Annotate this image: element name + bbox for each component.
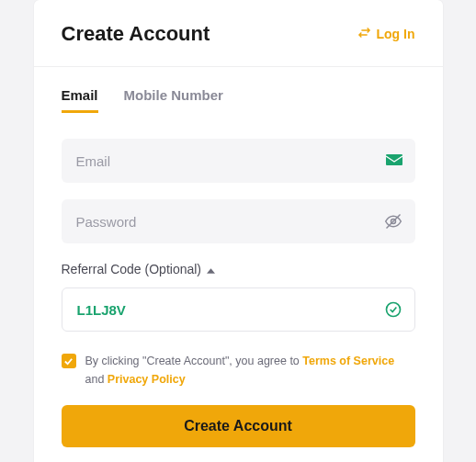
switch-icon [357, 26, 371, 42]
referral-label-text: Referral Code (Optional) [62, 262, 202, 276]
form-body: Email Mobile Number Re [34, 67, 443, 462]
email-icon [386, 154, 402, 167]
password-field-wrapper [62, 199, 415, 243]
check-circle-icon [384, 300, 402, 319]
auth-tabs: Email Mobile Number [62, 87, 415, 113]
header: Create Account Log In [34, 0, 443, 67]
caret-up-icon [207, 262, 215, 276]
login-label: Log In [377, 27, 415, 41]
terms-text: By clicking "Create Account", you agree … [85, 352, 415, 389]
email-field-wrapper [62, 139, 415, 183]
privacy-link[interactable]: Privacy Policy [108, 373, 186, 386]
svg-point-3 [386, 303, 400, 317]
page-title: Create Account [62, 22, 210, 46]
email-input[interactable] [62, 139, 415, 183]
eye-off-icon[interactable] [384, 212, 402, 231]
signup-card: Create Account Log In Email Mobile Numbe… [34, 0, 443, 462]
terms-checkbox[interactable] [62, 354, 76, 368]
password-input[interactable] [62, 199, 415, 243]
login-link[interactable]: Log In [357, 26, 415, 42]
referral-field-wrapper [62, 287, 415, 332]
referral-toggle[interactable]: Referral Code (Optional) [62, 262, 415, 276]
tab-email[interactable]: Email [62, 87, 98, 113]
tos-link[interactable]: Terms of Service [302, 355, 394, 367]
create-account-button[interactable]: Create Account [62, 405, 415, 447]
referral-input[interactable] [62, 287, 415, 332]
svg-rect-0 [386, 154, 402, 165]
terms-row: By clicking "Create Account", you agree … [62, 352, 415, 389]
tab-mobile[interactable]: Mobile Number [124, 87, 223, 113]
